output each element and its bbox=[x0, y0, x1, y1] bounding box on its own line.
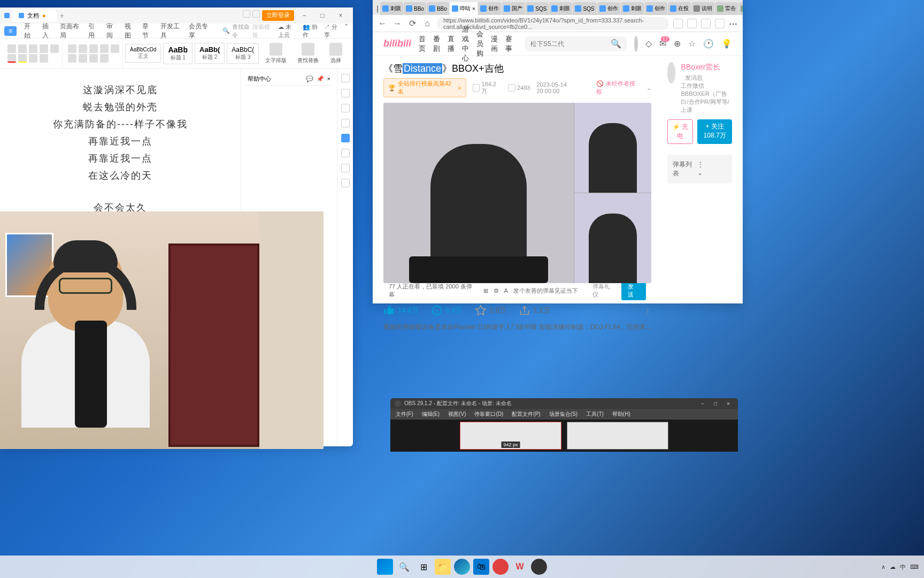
rb-clipboard-icon[interactable] bbox=[341, 119, 350, 127]
font-size-up-icon[interactable] bbox=[29, 44, 37, 53]
obs-close[interactable]: × bbox=[723, 401, 734, 407]
obs-menu-tools[interactable]: 工具(T) bbox=[586, 410, 604, 418]
menu-dots-icon[interactable]: ⋯ bbox=[729, 19, 738, 28]
obs-menu-dock[interactable]: 停靠窗口(D) bbox=[474, 410, 503, 418]
start-button[interactable] bbox=[377, 559, 393, 575]
obs-scene-preview-1[interactable]: 942 px bbox=[460, 422, 561, 450]
danmu-input[interactable] bbox=[513, 287, 587, 294]
maximize-button[interactable]: □ bbox=[314, 10, 330, 21]
history-icon[interactable]: 🕐 bbox=[703, 39, 714, 49]
favorites-icon[interactable] bbox=[701, 19, 711, 28]
obs-menu-file[interactable]: 文件(F) bbox=[396, 410, 413, 418]
address-bar[interactable]: https://www.bilibili.com/video/BV1r24y1K… bbox=[437, 17, 669, 30]
indent-dec-icon[interactable] bbox=[89, 44, 98, 53]
menu-review[interactable]: 审阅 bbox=[106, 22, 117, 40]
dynamic-icon[interactable]: ⊕ bbox=[674, 39, 681, 49]
menu-dev[interactable]: 开发工具 bbox=[160, 22, 181, 40]
nav-game[interactable]: 游戏中心 bbox=[462, 25, 469, 63]
highlight-icon[interactable] bbox=[18, 54, 27, 63]
vip-icon[interactable]: ◇ bbox=[645, 39, 652, 49]
browser-tab[interactable]: BBo bbox=[427, 2, 449, 15]
rb-settings-icon[interactable] bbox=[341, 149, 350, 157]
style-h3[interactable]: AaBbC(标题 3 bbox=[227, 43, 259, 64]
danmu-list-menu-icon[interactable]: ⋮ ⌄ bbox=[697, 160, 727, 178]
nav-anime[interactable]: 番剧 bbox=[433, 34, 440, 54]
like-button[interactable]: 14.8万 bbox=[383, 305, 418, 316]
danmu-list-header[interactable]: 弹幕列表 ⋮ ⌄ bbox=[667, 155, 732, 184]
obs-taskbar-icon[interactable] bbox=[531, 559, 547, 575]
obs-menu-view[interactable]: 视图(V) bbox=[448, 410, 466, 418]
minimize-button[interactable]: − bbox=[296, 10, 312, 21]
send-message-link[interactable]: 发消息 bbox=[685, 74, 703, 81]
wps-search[interactable]: 🔍 查找命令 搜索模板 bbox=[222, 23, 271, 39]
ime-keyboard-icon[interactable]: ⌨ bbox=[910, 564, 919, 571]
browser-tab[interactable]: 刺眼 bbox=[380, 2, 403, 15]
bilibili-logo[interactable]: bilibili bbox=[383, 38, 411, 49]
reload-button[interactable]: ⟳ bbox=[407, 18, 418, 29]
shading-icon[interactable] bbox=[100, 54, 109, 63]
danmu-style-icon[interactable]: A bbox=[504, 287, 508, 294]
edge-icon[interactable] bbox=[454, 559, 470, 575]
nav-events[interactable]: 赛事 bbox=[505, 34, 512, 54]
menu-start[interactable]: 开始 bbox=[24, 22, 35, 40]
ext-icon-1[interactable] bbox=[673, 19, 683, 28]
nav-live[interactable]: 直播 bbox=[448, 34, 455, 54]
obs-menu-help[interactable]: 帮助(H) bbox=[612, 410, 630, 418]
text-color-icon[interactable] bbox=[7, 54, 16, 63]
copy-icon[interactable] bbox=[18, 44, 27, 53]
ext-puzzle-icon[interactable] bbox=[715, 19, 725, 28]
align-right-icon[interactable] bbox=[89, 54, 98, 63]
browser-tab[interactable]: 雷击 bbox=[715, 2, 738, 15]
explorer-icon[interactable]: 📁 bbox=[435, 559, 451, 575]
rb-more-icon[interactable] bbox=[341, 179, 350, 187]
help-close-icon[interactable]: × bbox=[327, 75, 330, 82]
rb-pencil-icon[interactable] bbox=[341, 74, 350, 82]
style-h2[interactable]: AaBb(标题 2 bbox=[195, 43, 225, 64]
browser-tab[interactable]: 国产 bbox=[502, 2, 525, 15]
nav-manga[interactable]: 漫画 bbox=[491, 34, 498, 54]
rb-location-icon[interactable] bbox=[341, 164, 350, 172]
number-list-icon[interactable] bbox=[79, 44, 87, 53]
align-center-icon[interactable] bbox=[79, 54, 87, 63]
bilibili-search[interactable]: 🔍 bbox=[525, 36, 627, 51]
share-button[interactable]: 1.1万 bbox=[519, 305, 550, 316]
danmu-settings-icon[interactable]: ⚙ bbox=[494, 287, 499, 294]
rb-outline-icon[interactable] bbox=[341, 89, 350, 97]
clear-format-icon[interactable] bbox=[50, 44, 59, 53]
menu-chapter[interactable]: 章节 bbox=[142, 22, 153, 40]
align-left-icon[interactable] bbox=[68, 54, 76, 63]
obs-titlebar[interactable]: OBS 29.1.2 - 配置文件: 未命名 - 场景: 未命名 − □ × bbox=[390, 398, 738, 409]
more-actions-icon[interactable]: ⋮ bbox=[644, 307, 651, 315]
browser-tab[interactable]: 创作 bbox=[597, 2, 620, 15]
follow-button[interactable]: + 关注 108.7万 bbox=[697, 119, 732, 144]
style-normal[interactable]: AaBbCcDd正文 bbox=[125, 44, 161, 63]
share-button[interactable]: ↗ 分享 bbox=[324, 23, 338, 39]
browser-tab[interactable]: SQS bbox=[525, 2, 549, 15]
nav-shop[interactable]: 会员购 bbox=[476, 29, 483, 58]
search-icon[interactable]: 🔍 bbox=[611, 39, 621, 49]
menu-ref[interactable]: 引用 bbox=[88, 22, 99, 40]
rb-help-icon[interactable] bbox=[341, 134, 350, 142]
help-chat-icon[interactable]: 💬 bbox=[306, 75, 313, 82]
user-avatar[interactable] bbox=[634, 36, 638, 52]
search-input[interactable] bbox=[530, 40, 611, 48]
back-button[interactable]: ← bbox=[377, 18, 388, 29]
danmu-gift-link[interactable]: 弹幕礼仪 bbox=[592, 283, 616, 299]
tab-close-icon[interactable]: × bbox=[472, 5, 475, 12]
browser-tab[interactable]: 在投 bbox=[668, 2, 691, 15]
onedrive-icon[interactable]: ☁ bbox=[890, 564, 896, 571]
favorite-button[interactable]: 2.9万 bbox=[475, 305, 506, 316]
browser-tab[interactable]: SQS bbox=[573, 2, 596, 15]
wps-doc-tab[interactable]: 文档 ● bbox=[12, 10, 57, 22]
file-menu[interactable]: ≡ bbox=[4, 26, 17, 36]
obs-menu-edit[interactable]: 编辑(E) bbox=[422, 410, 440, 418]
text-layout-button[interactable]: 文字排版 bbox=[261, 41, 291, 66]
video-player[interactable]: BBoxer雷长 bilibili bbox=[383, 103, 651, 283]
home-button[interactable]: ⌂ bbox=[422, 18, 433, 29]
collapse-ribbon[interactable]: ⌃ bbox=[344, 23, 349, 39]
app-icon-1[interactable] bbox=[492, 559, 509, 575]
login-button[interactable]: 立即登录 bbox=[262, 10, 294, 21]
new-tab-button[interactable]: + bbox=[60, 11, 64, 20]
linespace-icon[interactable] bbox=[111, 44, 119, 53]
charge-button[interactable]: ⚡ 充电 bbox=[667, 119, 694, 144]
